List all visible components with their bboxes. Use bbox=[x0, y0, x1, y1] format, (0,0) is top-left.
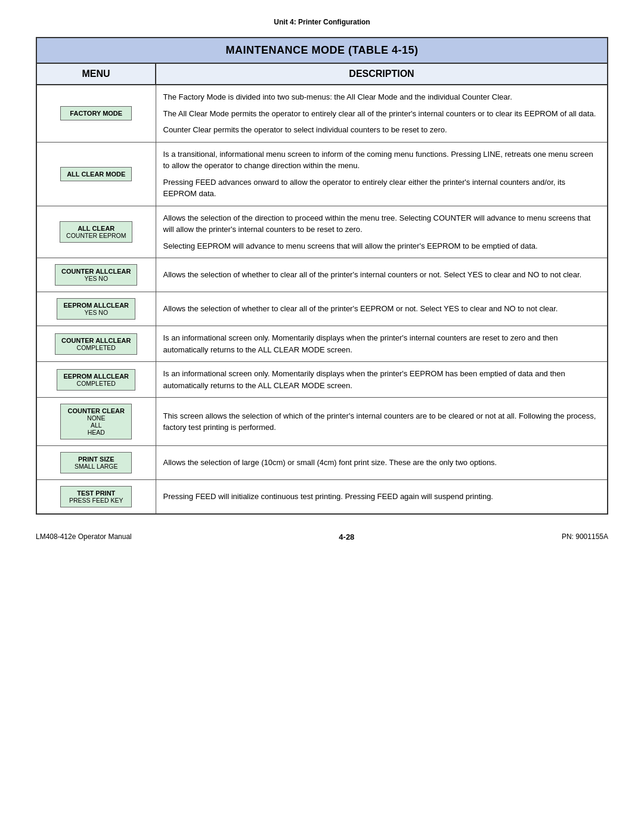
page-header: Unit 4: Printer Configuration bbox=[36, 18, 608, 26]
desc-cell-7: This screen allows the selection of whic… bbox=[156, 398, 608, 446]
desc-cell-8: Allows the selection of large (10cm) or … bbox=[156, 446, 608, 480]
desc-cell-4: Allows the selection of whether to clear… bbox=[156, 292, 608, 326]
menu-box-7: COUNTER CLEARNONEALLHEAD bbox=[60, 404, 132, 439]
header-title: Unit 4: Printer Configuration bbox=[274, 18, 370, 26]
menu-line: PRESS FEED KEY bbox=[67, 497, 125, 504]
desc-paragraph: Counter Clear permits the operator to se… bbox=[163, 124, 600, 136]
table-row: PRINT SIZESMALL LARGEAllows the selectio… bbox=[36, 446, 608, 480]
table-row: COUNTER ALLCLEARYES NOAllows the selecti… bbox=[36, 258, 608, 292]
desc-paragraph: Is a transitional, informational menu sc… bbox=[163, 148, 600, 172]
menu-cell-5: COUNTER ALLCLEARCOMPLETED bbox=[36, 326, 156, 362]
page-footer: LM408-412e Operator Manual 4-28 PN: 9001… bbox=[36, 532, 608, 541]
menu-line: COUNTER CLEAR bbox=[67, 407, 125, 414]
col-desc-header: DESCRIPTION bbox=[156, 63, 608, 85]
desc-paragraph: The Factory Mode is divided into two sub… bbox=[163, 91, 600, 103]
menu-line: FACTORY MODE bbox=[67, 110, 125, 117]
menu-line: SMALL LARGE bbox=[67, 463, 125, 470]
table-row: COUNTER CLEARNONEALLHEADThis screen allo… bbox=[36, 398, 608, 446]
menu-cell-4: EEPROM ALLCLEARYES NO bbox=[36, 292, 156, 326]
menu-line: YES NO bbox=[61, 275, 131, 282]
menu-line: YES NO bbox=[63, 309, 129, 316]
table-row: EEPROM ALLCLEARYES NOAllows the selectio… bbox=[36, 292, 608, 326]
menu-line: ALL CLEAR MODE bbox=[67, 171, 125, 178]
menu-line: HEAD bbox=[67, 429, 125, 436]
menu-line: ALL bbox=[67, 422, 125, 429]
desc-cell-0: The Factory Mode is divided into two sub… bbox=[156, 85, 608, 142]
table-title-row: MAINTENANCE MODE (TABLE 4-15) bbox=[36, 38, 608, 63]
menu-line: EEPROM ALLCLEAR bbox=[63, 373, 129, 380]
menu-box-6: EEPROM ALLCLEARCOMPLETED bbox=[57, 369, 135, 391]
desc-paragraph: This screen allows the selection of whic… bbox=[163, 410, 600, 433]
menu-line: COMPLETED bbox=[63, 380, 129, 387]
desc-paragraph: Is an informational screen only. Momenta… bbox=[163, 368, 600, 391]
desc-paragraph: Pressing FEED advances onward to allow t… bbox=[163, 176, 600, 200]
table-row: ALL CLEAR MODEIs a transitional, informa… bbox=[36, 142, 608, 206]
menu-box-1: ALL CLEAR MODE bbox=[60, 167, 132, 181]
menu-cell-8: PRINT SIZESMALL LARGE bbox=[36, 446, 156, 480]
menu-cell-7: COUNTER CLEARNONEALLHEAD bbox=[36, 398, 156, 446]
menu-box-3: COUNTER ALLCLEARYES NO bbox=[55, 264, 137, 286]
table-title: MAINTENANCE MODE (TABLE 4-15) bbox=[36, 38, 608, 63]
menu-line: ALL CLEAR bbox=[66, 225, 126, 232]
desc-cell-3: Allows the selection of whether to clear… bbox=[156, 258, 608, 292]
menu-line: NONE bbox=[67, 414, 125, 422]
desc-cell-5: Is an informational screen only. Momenta… bbox=[156, 326, 608, 362]
footer-right: PN: 9001155A bbox=[562, 532, 608, 541]
desc-paragraph: Pressing FEED will initialize continuous… bbox=[163, 491, 600, 503]
desc-paragraph: Selecting EEPROM will advance to menu sc… bbox=[163, 240, 600, 252]
menu-line: COUNTER EEPROM bbox=[66, 232, 126, 239]
desc-cell-2: Allows the selection of the direction to… bbox=[156, 206, 608, 258]
table-row: FACTORY MODEThe Factory Mode is divided … bbox=[36, 85, 608, 142]
table-row: TEST PRINTPRESS FEED KEYPressing FEED wi… bbox=[36, 480, 608, 515]
desc-cell-9: Pressing FEED will initialize continuous… bbox=[156, 480, 608, 515]
menu-line: COMPLETED bbox=[61, 344, 131, 351]
col-menu-header: MENU bbox=[36, 63, 156, 85]
menu-line: PRINT SIZE bbox=[67, 456, 125, 463]
menu-cell-2: ALL CLEARCOUNTER EEPROM bbox=[36, 206, 156, 258]
desc-paragraph: Is an informational screen only. Momenta… bbox=[163, 332, 600, 355]
menu-cell-6: EEPROM ALLCLEARCOMPLETED bbox=[36, 362, 156, 398]
table-row: EEPROM ALLCLEARCOMPLETEDIs an informatio… bbox=[36, 362, 608, 398]
menu-box-4: EEPROM ALLCLEARYES NO bbox=[57, 298, 135, 320]
menu-line: EEPROM ALLCLEAR bbox=[63, 302, 129, 309]
menu-box-9: TEST PRINTPRESS FEED KEY bbox=[60, 486, 132, 507]
desc-paragraph: Allows the selection of the direction to… bbox=[163, 212, 600, 236]
footer-left: LM408-412e Operator Manual bbox=[36, 532, 132, 541]
menu-cell-0: FACTORY MODE bbox=[36, 85, 156, 142]
menu-line: COUNTER ALLCLEAR bbox=[61, 268, 131, 275]
desc-paragraph: Allows the selection of whether to clear… bbox=[163, 269, 600, 281]
desc-cell-6: Is an informational screen only. Momenta… bbox=[156, 362, 608, 398]
table-row: ALL CLEARCOUNTER EEPROMAllows the select… bbox=[36, 206, 608, 258]
menu-box-8: PRINT SIZESMALL LARGE bbox=[60, 452, 132, 473]
desc-paragraph: Allows the selection of whether to clear… bbox=[163, 303, 600, 315]
footer-center: 4-28 bbox=[339, 532, 354, 541]
menu-line: COUNTER ALLCLEAR bbox=[61, 337, 131, 344]
menu-box-0: FACTORY MODE bbox=[60, 106, 132, 120]
menu-line: TEST PRINT bbox=[67, 490, 125, 497]
desc-cell-1: Is a transitional, informational menu sc… bbox=[156, 142, 608, 206]
desc-paragraph: The All Clear Mode permits the operator … bbox=[163, 108, 600, 120]
table-header-row: MENU DESCRIPTION bbox=[36, 63, 608, 85]
desc-paragraph: Allows the selection of large (10cm) or … bbox=[163, 457, 600, 469]
menu-cell-9: TEST PRINTPRESS FEED KEY bbox=[36, 480, 156, 515]
menu-box-5: COUNTER ALLCLEARCOMPLETED bbox=[55, 333, 137, 355]
menu-cell-3: COUNTER ALLCLEARYES NO bbox=[36, 258, 156, 292]
menu-cell-1: ALL CLEAR MODE bbox=[36, 142, 156, 206]
maintenance-table: MAINTENANCE MODE (TABLE 4-15) MENU DESCR… bbox=[36, 37, 608, 515]
table-row: COUNTER ALLCLEARCOMPLETEDIs an informati… bbox=[36, 326, 608, 362]
menu-box-2: ALL CLEARCOUNTER EEPROM bbox=[60, 221, 132, 243]
